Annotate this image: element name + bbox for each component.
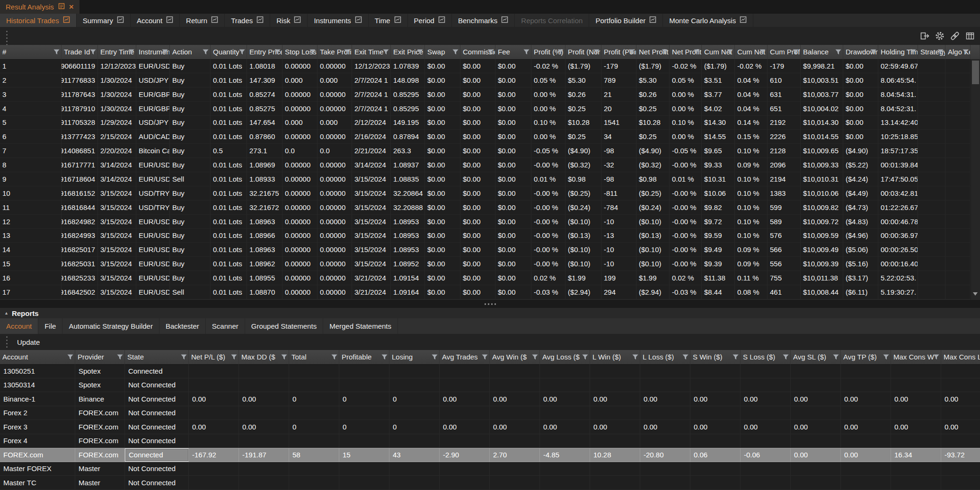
filter-icon[interactable] [90, 49, 96, 55]
col-header-action[interactable]: Action [170, 45, 211, 59]
cell-l-win[interactable] [590, 476, 640, 490]
cell-net-p-l[interactable] [189, 434, 239, 448]
cell-l-win[interactable] [590, 462, 640, 476]
filter-icon[interactable] [593, 49, 600, 55]
cell-avg-trades[interactable]: 0.00 [440, 420, 490, 434]
cell-l-win[interactable] [590, 364, 640, 378]
filter-icon[interactable] [417, 49, 423, 55]
filter-icon[interactable] [870, 49, 876, 55]
col-header-l-win[interactable]: L Win ($) [590, 350, 640, 364]
cell-l-win[interactable] [590, 378, 640, 392]
cell-max-dd[interactable]: 0.00 [239, 392, 289, 406]
col-header-trade-id[interactable]: Trade Id [62, 45, 98, 59]
account-row-forex-3[interactable]: Forex 3FOREX.comNot Connected0.000.00000… [0, 420, 980, 434]
trade-row[interactable]: 69137774232/15/2024AUD/CADBuy0.01 Lots0.… [0, 130, 971, 144]
trade-row[interactable]: 39117876431/30/2024EUR/GBPBuy0.01 Lots0.… [0, 88, 971, 102]
reports-tab-scanner[interactable]: Scanner [206, 318, 245, 334]
cell-profitable[interactable]: 0 [339, 420, 389, 434]
cell-max-dd[interactable]: -191.87 [239, 448, 289, 462]
filter-icon[interactable] [557, 49, 564, 55]
col-header-balance[interactable]: Balance [801, 45, 843, 59]
cell-s-loss[interactable]: 0.00 [741, 392, 791, 406]
filter-icon[interactable] [833, 354, 839, 360]
filter-icon[interactable] [662, 49, 668, 55]
reports-toolbar-grip[interactable] [6, 336, 8, 348]
col-header-profit-poin[interactable]: Profit (Poin [601, 45, 636, 59]
tab-period[interactable]: Period [408, 14, 452, 27]
col-header-swap[interactable]: Swap [425, 45, 460, 59]
cell-l-win[interactable]: 10.28 [590, 448, 640, 462]
cell-max-cons-l[interactable] [941, 364, 980, 378]
cell-avg-tp[interactable] [841, 434, 891, 448]
cell-max-dd[interactable] [239, 364, 289, 378]
cell-l-loss[interactable] [640, 406, 690, 420]
cell-state[interactable]: Not Connected [125, 434, 189, 448]
cell-avg-trades[interactable] [440, 378, 490, 392]
account-row-master-tc[interactable]: Master TCMasterNot Connected [0, 476, 980, 490]
cell-profitable[interactable] [339, 462, 389, 476]
cell-max-cons-l[interactable] [941, 406, 980, 420]
cell-avg-tp[interactable]: 0.00 [841, 448, 891, 462]
cell-s-loss[interactable] [741, 406, 791, 420]
cell-provider[interactable]: FOREX.com [75, 420, 125, 434]
filter-icon[interactable] [203, 49, 209, 55]
col-header-max-cons-l[interactable]: Max Cons L [941, 350, 980, 364]
cell-account[interactable]: Forex 3 [0, 420, 75, 434]
cell-avg-tp[interactable]: 0.00 [841, 420, 891, 434]
cell-profitable[interactable] [339, 364, 389, 378]
filter-icon[interactable] [162, 49, 168, 55]
cell-avg-tp[interactable] [841, 364, 891, 378]
trade-row[interactable]: 179168425023/15/2024EUR/USDSell0.01 Lots… [0, 285, 971, 299]
cell-state[interactable]: Not Connected [125, 378, 189, 392]
filter-icon[interactable] [231, 354, 237, 360]
trade-row[interactable]: 129168249823/15/2024EUR/USDBuy0.01 Lots1… [0, 215, 971, 229]
filter-icon[interactable] [783, 354, 789, 360]
reports-tab-backtester[interactable]: Backtester [159, 318, 206, 334]
col-header-state[interactable]: State [125, 350, 189, 364]
filter-icon[interactable] [733, 354, 739, 360]
cell-total[interactable] [289, 364, 339, 378]
cell-total[interactable]: 0 [289, 392, 339, 406]
account-row-binance-1[interactable]: Binance-1BinanceNot Connected0.000.00000… [0, 392, 980, 406]
cell-provider[interactable]: FOREX.com [75, 406, 125, 420]
account-row-forex-com[interactable]: FOREX.comFOREX.comConnected-167.92-191.8… [0, 448, 980, 462]
cell-account[interactable]: Forex 4 [0, 434, 75, 448]
cell-l-loss[interactable]: -20.80 [640, 448, 690, 462]
tab-account[interactable]: Account [131, 14, 180, 27]
close-icon[interactable]: × [69, 3, 74, 11]
filter-icon[interactable] [274, 49, 281, 55]
cell-avg-sl[interactable] [791, 462, 841, 476]
tab-trades[interactable]: Trades [225, 14, 270, 27]
account-row-master-forex[interactable]: Master FOREXMasterNot Connected [0, 462, 980, 476]
col-header-max-cons-w[interactable]: Max Cons W [891, 350, 941, 364]
cell-avg-loss[interactable] [540, 364, 590, 378]
col-header-commissio[interactable]: Commissio [460, 45, 495, 59]
cell-l-loss[interactable] [640, 364, 690, 378]
cell-profitable[interactable]: 0 [339, 392, 389, 406]
col-header-exit-time[interactable]: Exit Time [352, 45, 391, 59]
cell-total[interactable] [289, 406, 339, 420]
col-header-stop-loss[interactable]: Stop Loss [283, 45, 318, 59]
toolbar-grip[interactable] [6, 31, 8, 45]
filter-icon[interactable] [582, 354, 588, 360]
cell-total[interactable]: 0 [289, 420, 339, 434]
col-header-losing[interactable]: Losing [389, 350, 440, 364]
scrollbar-thumb[interactable] [972, 61, 979, 84]
trade-row[interactable]: 89167177713/14/2024EUR/USDBuy0.01 Lots1.… [0, 158, 971, 172]
cell-l-win[interactable]: 0.00 [590, 392, 640, 406]
col-header-provider[interactable]: Provider [75, 350, 125, 364]
tab-historical-trades[interactable]: Historical Trades [0, 14, 77, 27]
col-header-entry-price[interactable]: Entry Price [247, 45, 283, 59]
cell-account[interactable]: Binance-1 [0, 392, 75, 406]
filter-icon[interactable] [910, 49, 916, 55]
cell-net-p-l[interactable] [189, 364, 239, 378]
cell-s-loss[interactable] [741, 378, 791, 392]
cell-avg-win[interactable] [490, 406, 540, 420]
cell-account[interactable]: Forex 2 [0, 406, 75, 420]
cell-avg-win[interactable] [490, 434, 540, 448]
col-header-strategy[interactable]: Strategy [918, 45, 945, 59]
cell-l-loss[interactable]: 0.00 [640, 420, 690, 434]
cell-avg-win[interactable] [490, 364, 540, 378]
trade-row[interactable]: 119168168443/15/2024USD/TRYBuy0.01 Lots3… [0, 201, 971, 215]
cell-account[interactable]: FOREX.com [0, 448, 75, 462]
